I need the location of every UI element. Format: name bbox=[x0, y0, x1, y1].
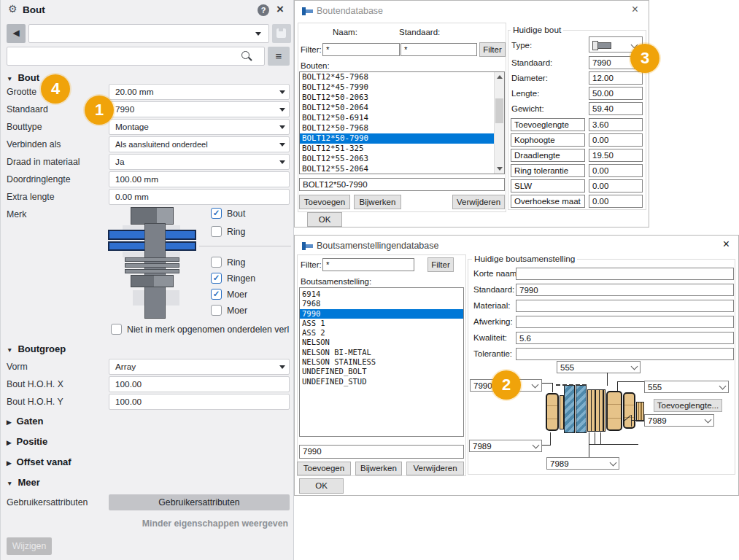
bouttype-dropdown[interactable]: Montage bbox=[109, 119, 290, 135]
scroll-down-icon[interactable] bbox=[497, 167, 503, 171]
bout-checkbox[interactable]: ✓ bbox=[211, 208, 222, 219]
right-nut-dropdown[interactable]: 7989 bbox=[644, 414, 714, 427]
top-washer-dropdown[interactable]: 555 bbox=[557, 361, 641, 373]
overhoekse-maat-value-input[interactable]: 0.00 bbox=[589, 195, 643, 208]
less-properties-link[interactable]: Minder eigenschappen weergeven bbox=[142, 518, 288, 529]
toevoeglengte-button[interactable]: Toevoeglengte... bbox=[654, 399, 722, 412]
filter-button[interactable]: Filter bbox=[479, 42, 506, 57]
list-item[interactable]: BOLT12*50-7968 bbox=[300, 123, 504, 133]
moer-checkbox[interactable]: ✓ bbox=[211, 289, 222, 300]
section-offset-vanaf[interactable]: ▶Offset vanaf bbox=[7, 456, 71, 467]
bijwerken-button[interactable]: Bijwerken bbox=[354, 195, 401, 209]
ok-button[interactable]: OK bbox=[307, 212, 342, 227]
scroll-up-icon[interactable] bbox=[497, 75, 503, 79]
list-item[interactable]: BOLT12*55-2063 bbox=[300, 154, 504, 164]
section-bout[interactable]: ▼Bout bbox=[7, 72, 39, 83]
bijwerken-button[interactable]: Bijwerken bbox=[355, 462, 402, 475]
list-item[interactable]: BOLT12*50-2064 bbox=[300, 103, 504, 113]
ring2-checkbox[interactable] bbox=[211, 257, 222, 268]
moer2-checkbox[interactable] bbox=[211, 305, 222, 316]
filter-button[interactable]: Filter bbox=[427, 257, 454, 272]
lengte-value-input[interactable]: 50.00 bbox=[589, 87, 643, 100]
exclude-checkbox[interactable] bbox=[111, 324, 122, 335]
list-item[interactable]: BOLT12*45-7990 bbox=[300, 82, 504, 93]
hoh-x-input[interactable]: 100.00 bbox=[109, 376, 290, 392]
search-input[interactable] bbox=[7, 47, 265, 66]
boutsamenstelling-list[interactable]: 6914 7968 7990 ASS 1 ASS 2 NELSON NELSON… bbox=[299, 287, 464, 437]
list-item[interactable]: 6914 bbox=[300, 289, 463, 299]
ring-checkbox[interactable] bbox=[211, 226, 222, 237]
list-item[interactable]: BOLT12*50-2063 bbox=[300, 93, 504, 103]
verwijderen-button[interactable]: Verwijderen bbox=[406, 462, 464, 475]
list-item[interactable]: BOLT12*50-6914 bbox=[300, 113, 504, 123]
list-item[interactable]: BOLT12*45-7968 bbox=[300, 72, 504, 82]
ring-tolerantie-value-input[interactable]: 0.00 bbox=[589, 164, 643, 177]
wijzigen-button[interactable]: Wijzigen bbox=[7, 537, 52, 555]
gebruikersattributen-button[interactable]: Gebruikersattributen bbox=[109, 494, 290, 510]
list-item[interactable]: NELSON bbox=[300, 338, 463, 347]
ok-button[interactable]: OK bbox=[299, 478, 344, 494]
list-item[interactable]: NELSON BI-METAL bbox=[300, 348, 463, 357]
list-item[interactable]: ASS 2 bbox=[300, 328, 463, 338]
toevoegen-button[interactable]: Toevoegen bbox=[299, 195, 350, 209]
draadlengte-value-input[interactable]: 19.50 bbox=[589, 149, 643, 162]
filter-standard-input[interactable]: * bbox=[401, 43, 477, 56]
extra-lengte-input[interactable]: 0.00 mm bbox=[109, 189, 290, 205]
toevoegen-button[interactable]: Toevoegen bbox=[297, 462, 351, 475]
tolerantie-input[interactable] bbox=[516, 348, 734, 360]
list-item-selected[interactable]: 7990 bbox=[300, 309, 463, 319]
standaard-dropdown[interactable]: 7990 bbox=[109, 101, 290, 117]
standaard-input[interactable]: 7990 bbox=[516, 284, 734, 296]
list-item[interactable]: UNDEFINED_STUD bbox=[300, 377, 463, 386]
preset-combobox[interactable] bbox=[28, 24, 269, 43]
bouten-list[interactable]: BOLT12*45-7968 BOLT12*45-7990 BOLT12*50-… bbox=[299, 71, 505, 174]
list-item-selected[interactable]: BOLT12*50-7990 bbox=[300, 133, 504, 144]
vorm-dropdown[interactable]: Array bbox=[109, 359, 290, 375]
close-icon[interactable]: × bbox=[632, 3, 638, 16]
section-gaten[interactable]: ▶Gaten bbox=[7, 416, 43, 427]
toevoeglengte-value-input[interactable]: 3.60 bbox=[589, 118, 643, 131]
chevron-down-icon bbox=[279, 143, 285, 147]
gewicht-value-input[interactable]: 59.40 bbox=[589, 102, 643, 115]
kwaliteit-input[interactable]: 5.6 bbox=[516, 332, 734, 344]
hoh-y-input[interactable]: 100.00 bbox=[109, 394, 290, 410]
verbinden-als-dropdown[interactable]: Als aansluitend onderdeel bbox=[109, 136, 290, 152]
afwerking-input[interactable] bbox=[516, 316, 734, 328]
back-button[interactable]: ◀ bbox=[7, 24, 26, 43]
close-icon[interactable]: × bbox=[276, 2, 284, 17]
list-item[interactable]: NELSON STAINLESS bbox=[300, 357, 463, 367]
filter-name-input[interactable]: * bbox=[322, 43, 400, 56]
ringen-checkbox[interactable]: ✓ bbox=[211, 273, 222, 284]
close-icon[interactable]: × bbox=[723, 238, 730, 251]
diameter-value-input[interactable]: 12.00 bbox=[589, 71, 643, 85]
head-standard-dropdown[interactable]: 7989 bbox=[469, 440, 542, 452]
bolt-name-input[interactable]: BOLT12*50-7990 bbox=[299, 178, 505, 191]
list-item[interactable]: ASS 1 bbox=[300, 319, 463, 328]
section-meer[interactable]: ▼Meer bbox=[7, 477, 40, 488]
list-item[interactable]: UNDEFINED_BOLT bbox=[300, 367, 463, 376]
menu-button[interactable]: ≡ bbox=[268, 47, 290, 66]
bottom-nut-dropdown[interactable]: 7989 bbox=[546, 457, 619, 470]
help-icon[interactable]: ? bbox=[258, 4, 269, 16]
materiaal-input[interactable] bbox=[516, 300, 734, 312]
filter-input[interactable]: * bbox=[322, 258, 414, 271]
list-item[interactable]: 7968 bbox=[300, 299, 463, 308]
list-item[interactable]: BOLT12*55-2064 bbox=[300, 164, 504, 174]
slw-value-input[interactable]: 0.00 bbox=[589, 179, 643, 192]
list-item[interactable]: BOLT12*51-325 bbox=[300, 144, 504, 154]
save-button[interactable] bbox=[272, 24, 291, 43]
korte-naam-input[interactable] bbox=[516, 268, 734, 280]
scrollbar-thumb[interactable] bbox=[495, 98, 503, 123]
assembly-name-input[interactable]: 7990 bbox=[299, 445, 464, 459]
doordringlengte-input[interactable]: 100.00 mm bbox=[109, 171, 290, 187]
right-washer-dropdown[interactable]: 555 bbox=[644, 381, 729, 393]
verwijderen-button[interactable]: Verwijderen bbox=[452, 195, 505, 209]
section-boutgroep[interactable]: ▼Boutgroep bbox=[7, 343, 66, 354]
section-positie[interactable]: ▶Positie bbox=[7, 436, 47, 447]
grootte-dropdown[interactable]: 20.00 mm bbox=[109, 84, 290, 100]
section-offset-label: Offset vanaf bbox=[17, 456, 71, 467]
list-scrollbar[interactable] bbox=[494, 72, 504, 174]
kophoogte-value-input[interactable]: 0.00 bbox=[589, 133, 643, 147]
type-label: Type: bbox=[511, 41, 532, 50]
draad-dropdown[interactable]: Ja bbox=[109, 154, 290, 170]
